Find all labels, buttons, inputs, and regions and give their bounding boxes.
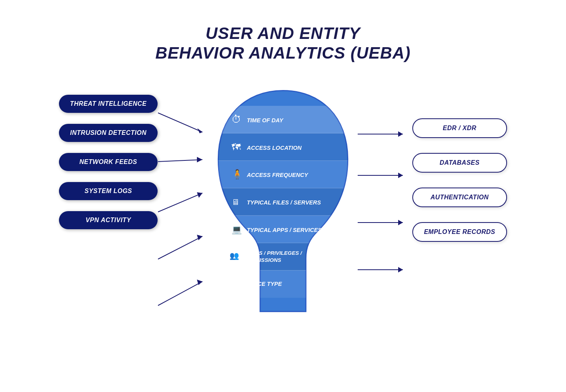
- svg-text:DEVICE TYPE: DEVICE TYPE: [244, 281, 282, 287]
- svg-line-30: [158, 160, 202, 162]
- svg-text:⏱: ⏱: [232, 114, 241, 125]
- svg-line-34: [158, 236, 202, 259]
- right-box-edr-xdr: EDR / XDR: [412, 118, 507, 138]
- svg-text:🧍: 🧍: [232, 169, 243, 180]
- svg-marker-31: [197, 157, 202, 162]
- threat-intelligence-label: THREAT INTELLIGENCE: [70, 100, 147, 107]
- svg-text:TYPICAL APPS / SERVICES: TYPICAL APPS / SERVICES: [247, 227, 322, 233]
- svg-marker-33: [197, 192, 202, 198]
- left-box-system-logs: SYSTEM LOGS: [59, 182, 158, 200]
- left-box-threat-intelligence: THREAT INTELLIGENCE: [59, 95, 158, 113]
- svg-text:PERMISSIONS: PERMISSIONS: [244, 257, 281, 263]
- svg-text:ROLES / PRIVILEGES /: ROLES / PRIVILEGES /: [244, 250, 302, 256]
- diagram-area: ⏱ TIME OF DAY 🗺 ACCESS LOCATION 🧍 ACCESS…: [47, 71, 519, 366]
- svg-text:💻: 💻: [232, 225, 242, 235]
- svg-line-36: [158, 282, 202, 306]
- intrusion-detection-label: INTRUSION DETECTION: [70, 129, 146, 136]
- svg-text:TYPICAL FILES / SERVERS: TYPICAL FILES / SERVERS: [247, 199, 321, 206]
- svg-text:🖥: 🖥: [230, 279, 237, 288]
- edr-xdr-label: EDR / XDR: [443, 125, 476, 131]
- title-section: USER AND ENTITY BEHAVIOR ANALYTICS (UEBA…: [155, 24, 411, 63]
- svg-marker-41: [398, 173, 403, 178]
- svg-marker-39: [398, 131, 403, 137]
- network-feeds-label: NETWORK FEEDS: [79, 158, 137, 165]
- right-box-employee-records: EMPLOYEE RECORDS: [412, 222, 507, 242]
- databases-label: DATABASES: [439, 159, 480, 166]
- left-boxes: THREAT INTELLIGENCE INTRUSION DETECTION …: [59, 95, 158, 229]
- svg-marker-45: [398, 267, 403, 272]
- svg-line-28: [158, 113, 202, 132]
- employee-records-label: EMPLOYEE RECORDS: [424, 228, 495, 235]
- title-line2: BEHAVIOR ANALYTICS (UEBA): [155, 44, 411, 62]
- page-wrapper: USER AND ENTITY BEHAVIOR ANALYTICS (UEBA…: [0, 0, 566, 392]
- svg-marker-43: [398, 220, 403, 225]
- svg-marker-29: [197, 128, 202, 133]
- svg-text:ACCESS LOCATION: ACCESS LOCATION: [246, 144, 302, 151]
- svg-text:TIME OF DAY: TIME OF DAY: [247, 117, 284, 123]
- right-boxes: EDR / XDR DATABASES AUTHENTICATION EMPLO…: [412, 118, 507, 242]
- svg-marker-37: [197, 280, 202, 285]
- svg-marker-35: [197, 235, 202, 240]
- svg-text:👥: 👥: [230, 251, 239, 260]
- page-title: USER AND ENTITY BEHAVIOR ANALYTICS (UEBA…: [155, 24, 411, 63]
- svg-line-32: [158, 193, 202, 212]
- title-line1: USER AND ENTITY: [206, 24, 360, 42]
- left-box-intrusion-detection: INTRUSION DETECTION: [59, 124, 158, 142]
- vpn-activity-label: VPN ACTIVITY: [86, 217, 131, 223]
- svg-text:🗺: 🗺: [232, 142, 241, 152]
- left-box-vpn-activity: VPN ACTIVITY: [59, 211, 158, 229]
- authentication-label: AUTHENTICATION: [430, 194, 489, 201]
- right-box-databases: DATABASES: [412, 153, 507, 173]
- svg-text:🖥: 🖥: [232, 197, 240, 207]
- head-shape: ⏱ TIME OF DAY 🗺 ACCESS LOCATION 🧍 ACCESS…: [204, 83, 362, 327]
- left-box-network-feeds: NETWORK FEEDS: [59, 153, 158, 171]
- right-box-authentication: AUTHENTICATION: [412, 188, 507, 207]
- svg-text:ACCESS FREQUENCY: ACCESS FREQUENCY: [246, 172, 309, 178]
- system-logs-label: SYSTEM LOGS: [85, 188, 132, 194]
